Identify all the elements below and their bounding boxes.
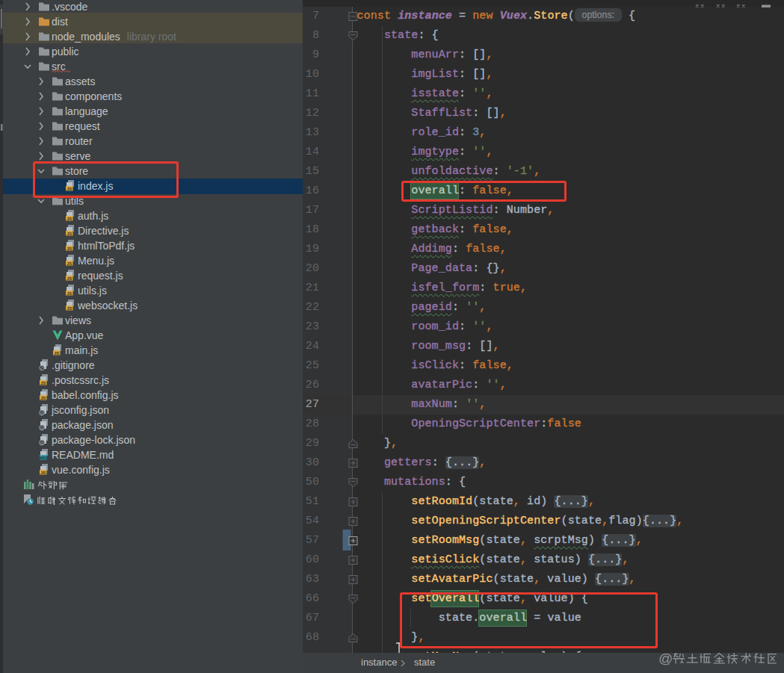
svg-text:{}: {} xyxy=(40,441,43,445)
svg-text:JS: JS xyxy=(67,231,72,236)
svg-text:JS: JS xyxy=(67,246,72,251)
svg-text:JS: JS xyxy=(67,276,72,281)
svg-text:JS: JS xyxy=(40,380,46,385)
svg-text:JS: JS xyxy=(67,216,72,221)
svg-text:JS: JS xyxy=(67,306,72,311)
svg-text:MD: MD xyxy=(40,456,47,460)
svg-text:JS: JS xyxy=(40,395,46,400)
svg-text:{}: {} xyxy=(40,426,43,430)
svg-text:{}: {} xyxy=(40,411,43,415)
svg-text:JS: JS xyxy=(40,470,46,475)
svg-text:JS: JS xyxy=(67,291,72,296)
svg-text:JS: JS xyxy=(54,350,60,356)
svg-text:JS: JS xyxy=(67,261,72,266)
